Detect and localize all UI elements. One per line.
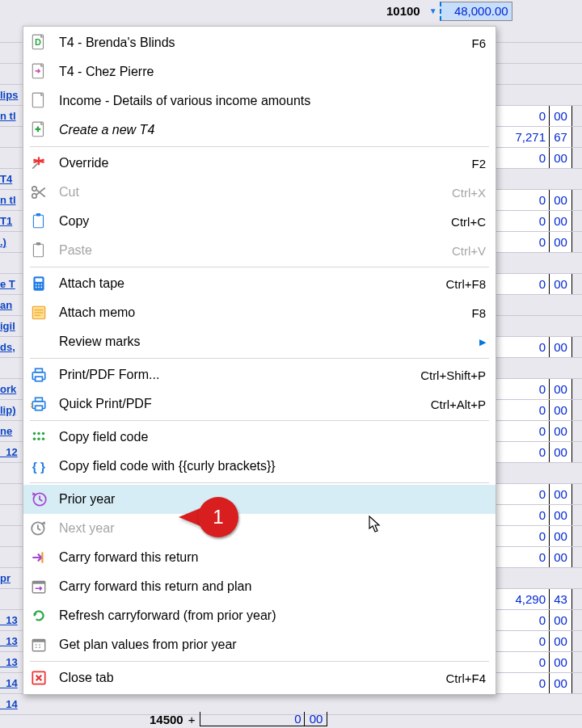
svg-text:D: D xyxy=(35,37,41,47)
scissors-icon xyxy=(30,183,48,201)
row-left-label: lip) xyxy=(0,404,23,416)
menu-item-label: Prior year xyxy=(59,492,486,507)
svg-point-30 xyxy=(37,437,40,440)
row-left-label: pr xyxy=(0,572,23,584)
menu-item-carry-fwd-plan[interactable]: Carry forward this return and plan xyxy=(23,572,496,601)
dropdown-indicator: ▼ xyxy=(429,6,437,15)
svg-point-29 xyxy=(33,437,36,440)
row-value: 0 xyxy=(489,526,550,546)
braces-icon: { } xyxy=(30,457,48,475)
menu-item-label: T4 - Chez Pierre xyxy=(59,65,486,79)
menu-item-shortcut: Ctrl+X xyxy=(439,186,486,200)
menu-item-get-plan[interactable]: Get plan values from prior year xyxy=(23,630,496,659)
row-value: 0 xyxy=(489,190,550,210)
row-cents: 00 xyxy=(550,526,572,546)
bottom-value: 0 xyxy=(200,712,305,726)
menu-item-shortcut: Ctrl+F4 xyxy=(432,671,486,685)
menu-item-review-marks[interactable]: Review marks▶ xyxy=(23,327,496,356)
row-left-label: ork xyxy=(0,383,23,395)
menu-item-quick-print[interactable]: Quick Print/PDFCtrl+Alt+P xyxy=(23,389,496,419)
menu-item-copy-field-curly[interactable]: { }Copy field code with {{curly brackets… xyxy=(23,452,496,481)
menu-item-t4-brenda[interactable]: DT4 - Brenda's BlindsF6 xyxy=(23,28,496,57)
row-cents: 00 xyxy=(550,400,572,420)
asterisk-icon xyxy=(30,154,48,172)
menu-item-label: Carry forward this return xyxy=(59,550,486,565)
menu-item-income-details[interactable]: Income - Details of various income amoun… xyxy=(23,86,496,116)
row-left-label: e T xyxy=(0,278,23,290)
svg-rect-25 xyxy=(36,406,43,410)
menu-item-attach-memo[interactable]: Attach memoF8 xyxy=(23,298,496,327)
row-value: 0 xyxy=(489,379,550,399)
menu-item-carry-fwd[interactable]: Carry forward this return xyxy=(23,543,496,572)
menu-item-print-pdf[interactable]: Print/PDF Form...Ctrl+Shift+P xyxy=(23,360,496,389)
row-value: 0 xyxy=(489,106,550,126)
svg-point-13 xyxy=(36,284,37,285)
svg-point-17 xyxy=(38,287,40,288)
menu-item-label: Override xyxy=(59,156,458,170)
doc-icon xyxy=(30,92,48,110)
row-value: 0 xyxy=(489,148,550,168)
menu-item-prior-year[interactable]: Prior year xyxy=(23,485,496,514)
row-cents: 00 xyxy=(550,211,572,231)
svg-rect-8 xyxy=(36,213,41,216)
svg-rect-10 xyxy=(36,242,41,245)
menu-item-cut: CutCtrl+X xyxy=(23,178,496,207)
svg-rect-36 xyxy=(32,581,44,583)
row-cents: 00 xyxy=(550,148,572,168)
printer-icon xyxy=(30,366,48,384)
row-cents: 00 xyxy=(550,505,572,525)
menu-item-label: Review marks xyxy=(59,335,466,349)
clipboard-copy-icon xyxy=(30,213,48,230)
menu-item-shortcut: F2 xyxy=(458,157,486,170)
plus-sign: + xyxy=(188,713,196,726)
menu-item-label: Cut xyxy=(59,185,439,200)
row-left-label: n tl xyxy=(0,194,23,206)
row-left-label: n tl xyxy=(0,110,23,122)
refresh-icon xyxy=(30,607,48,625)
row-cents: 00 xyxy=(550,673,572,693)
row-value: 7,271 xyxy=(489,127,550,147)
bottom-cents: 00 xyxy=(305,712,327,726)
field-code: 10100 xyxy=(380,4,427,18)
row-value: 0 xyxy=(489,211,550,231)
arrow-into-icon xyxy=(30,549,48,566)
menu-item-attach-tape[interactable]: Attach tapeCtrl+F8 xyxy=(23,269,496,298)
menu-item-paste: PasteCtrl+V xyxy=(23,236,496,265)
menu-item-t4-chez[interactable]: T4 - Chez Pierre xyxy=(23,57,496,86)
row-left-label: _12 xyxy=(0,446,23,458)
row-left-label: _14 xyxy=(0,677,23,689)
clock-fwd-icon xyxy=(30,520,48,537)
row-value: 0 xyxy=(489,337,550,357)
menu-item-copy-field[interactable]: Copy field code xyxy=(23,423,496,452)
row-cents: 67 xyxy=(550,127,572,147)
dots-icon xyxy=(30,428,48,446)
menu-item-copy[interactable]: CopyCtrl+C xyxy=(23,207,496,236)
menu-item-label: Income - Details of various income amoun… xyxy=(59,94,486,108)
menu-item-label: T4 - Brenda's Blinds xyxy=(59,36,458,50)
menu-item-close-tab[interactable]: Close tabCtrl+F4 xyxy=(23,663,496,692)
menu-item-create-t4[interactable]: Create a new T4 xyxy=(23,116,496,145)
calendar-icon xyxy=(30,636,48,654)
row-cents: 00 xyxy=(550,232,572,252)
row-value: 0 xyxy=(489,505,550,525)
menu-item-label: Attach tape xyxy=(59,276,432,291)
clipboard-paste-icon xyxy=(30,242,48,259)
menu-item-label: Attach memo xyxy=(59,305,458,320)
menu-item-override[interactable]: OverrideF2 xyxy=(23,149,496,178)
row-left-label: _13 xyxy=(0,635,23,647)
menu-item-shortcut: Ctrl+Alt+P xyxy=(418,398,486,411)
row-value: 0 xyxy=(489,400,550,420)
svg-point-18 xyxy=(40,287,42,288)
row-cents: 00 xyxy=(550,610,572,630)
svg-point-26 xyxy=(33,432,36,436)
menu-item-shortcut: Ctrl+C xyxy=(438,215,486,229)
bottom-code: 14500 xyxy=(150,713,183,726)
menu-item-label: Paste xyxy=(59,243,439,258)
svg-point-15 xyxy=(40,284,42,285)
field-value[interactable]: 48,000.00 xyxy=(440,2,512,21)
row-cents: 00 xyxy=(550,442,572,462)
row-left-label: ne xyxy=(0,425,23,437)
menu-separator xyxy=(30,358,489,359)
menu-item-refresh-carry[interactable]: Refresh carryforward (from prior year) xyxy=(23,601,496,630)
menu-item-next-year: Next year xyxy=(23,514,496,543)
